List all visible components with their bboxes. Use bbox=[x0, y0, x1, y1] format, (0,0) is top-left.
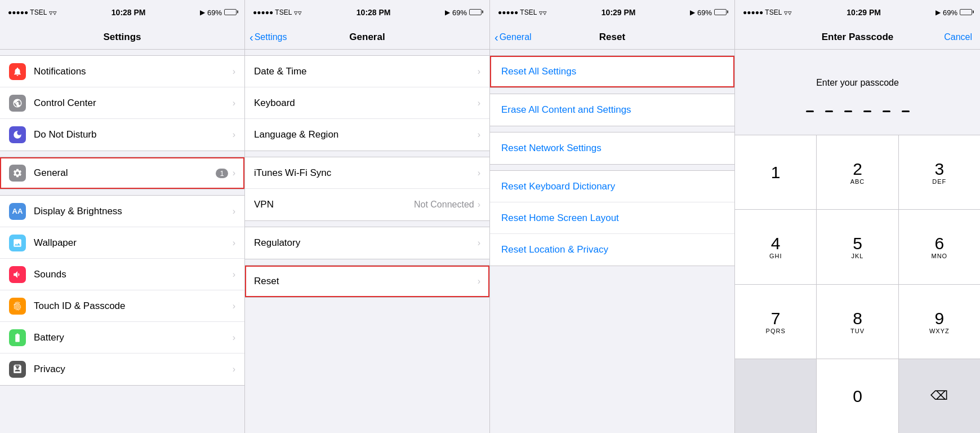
delete-icon: ⌫ bbox=[930, 388, 948, 403]
wallpaper-chevron: › bbox=[233, 238, 235, 248]
general-title: General bbox=[349, 32, 385, 43]
settings-item-notifications[interactable]: Notifications› bbox=[0, 56, 244, 87]
passcode-title: Enter Passcode bbox=[822, 32, 894, 43]
numpad-key-3[interactable]: 3DEF bbox=[899, 135, 980, 209]
location-icon: ▶ bbox=[200, 8, 205, 16]
numpad-delete-key[interactable]: ⌫ bbox=[899, 359, 980, 433]
numpad-digit-5: 5 bbox=[853, 234, 862, 253]
settings-title: Settings bbox=[103, 32, 141, 43]
general-item-keyboard[interactable]: Keyboard› bbox=[245, 87, 489, 119]
battery-icon bbox=[714, 8, 727, 17]
status-left: ●●●●● TSEL ▿▿ bbox=[498, 8, 547, 17]
numpad-key-5[interactable]: 5JKL bbox=[817, 210, 898, 284]
erase-all-label: Erase All Content and Settings bbox=[501, 104, 631, 116]
settings-item-control-center[interactable]: Control Center› bbox=[0, 87, 244, 119]
reset-label: Reset bbox=[254, 276, 478, 287]
reset-network-label: Reset Network Settings bbox=[501, 143, 602, 154]
numpad-key-1[interactable]: 1 bbox=[735, 135, 817, 209]
back-label: General bbox=[500, 32, 532, 42]
battery-icon bbox=[224, 8, 237, 17]
reset-back-button[interactable]: ‹ General bbox=[495, 32, 532, 43]
notifications-label: Notifications bbox=[34, 66, 233, 77]
numpad-letters-7: PQRS bbox=[766, 328, 786, 334]
settings-item-display[interactable]: AADisplay & Brightness› bbox=[0, 196, 244, 227]
general-item-itunes[interactable]: iTunes Wi-Fi Sync› bbox=[245, 157, 489, 189]
reset-item-reset-network[interactable]: Reset Network Settings bbox=[490, 132, 734, 164]
reset-item-erase-all[interactable]: Erase All Content and Settings bbox=[490, 94, 734, 126]
passcode-dot-1 bbox=[825, 111, 833, 112]
reset-item-reset-keyboard[interactable]: Reset Keyboard Dictionary bbox=[490, 171, 734, 202]
wifi-icon: ▿▿ bbox=[49, 8, 57, 17]
numpad-letters-4: GHI bbox=[769, 253, 782, 259]
numpad-key-2[interactable]: 2ABC bbox=[817, 135, 898, 209]
settings-item-do-not-disturb[interactable]: Do Not Disturb› bbox=[0, 119, 244, 151]
battery-percent: 69% bbox=[697, 8, 712, 17]
control-center-label: Control Center bbox=[34, 98, 233, 109]
numpad-row-2: 7PQRS8TUV9WXYZ bbox=[735, 285, 980, 359]
passcode-cancel-button[interactable]: Cancel bbox=[944, 32, 972, 42]
reset-group-3: Reset Keyboard DictionaryReset Home Scre… bbox=[490, 170, 734, 266]
settings-item-touchid[interactable]: Touch ID & Passcode› bbox=[0, 290, 244, 322]
passcode-dots bbox=[735, 99, 980, 123]
general-item-regulatory[interactable]: Regulatory› bbox=[245, 227, 489, 259]
battery-chevron: › bbox=[233, 333, 235, 343]
datetime-label: Date & Time bbox=[254, 66, 478, 77]
numpad-letters-8: TUV bbox=[850, 328, 865, 334]
numpad-key-4[interactable]: 4GHI bbox=[735, 210, 817, 284]
privacy-label: Privacy bbox=[34, 364, 233, 375]
numpad-key-0[interactable]: 0 bbox=[817, 359, 898, 433]
numpad-digit-0: 0 bbox=[853, 387, 862, 405]
numpad-key-6[interactable]: 6MNO bbox=[899, 210, 980, 284]
display-chevron: › bbox=[233, 206, 235, 216]
numpad-key-9[interactable]: 9WXYZ bbox=[899, 285, 980, 359]
privacy-icon bbox=[9, 361, 26, 378]
do-not-disturb-icon bbox=[9, 126, 26, 143]
wifi-icon: ▿▿ bbox=[784, 8, 792, 17]
general-group-3: Reset› bbox=[245, 265, 489, 298]
numpad-key-8[interactable]: 8TUV bbox=[817, 285, 898, 359]
do-not-disturb-label: Do Not Disturb bbox=[34, 129, 233, 140]
settings-item-wallpaper[interactable]: Wallpaper› bbox=[0, 227, 244, 259]
numpad-digit-1: 1 bbox=[771, 163, 781, 182]
battery-icon bbox=[9, 329, 26, 346]
language-label: Language & Region bbox=[254, 129, 478, 140]
reset-home-label: Reset Home Screen Layout bbox=[501, 213, 619, 224]
settings-item-battery[interactable]: Battery› bbox=[0, 322, 244, 354]
settings-group-0: Notifications›Control Center›Do Not Dist… bbox=[0, 55, 244, 151]
numpad-letters-3: DEF bbox=[932, 178, 946, 185]
battery-percent: 69% bbox=[207, 8, 222, 17]
general-item-vpn[interactable]: VPNNot Connected› bbox=[245, 189, 489, 220]
carrier-text: ●●●●● TSEL bbox=[743, 8, 782, 16]
general-icon bbox=[9, 165, 26, 182]
sounds-label: Sounds bbox=[34, 269, 233, 280]
reset-item-reset-all[interactable]: Reset All Settings bbox=[490, 56, 734, 87]
numpad-key-7[interactable]: 7PQRS bbox=[735, 285, 817, 359]
settings-group-1: General1› bbox=[0, 157, 244, 189]
general-back-button[interactable]: ‹ Settings bbox=[250, 32, 287, 43]
settings-item-sounds[interactable]: Sounds› bbox=[0, 259, 244, 290]
settings-item-privacy[interactable]: Privacy› bbox=[0, 354, 244, 385]
general-item-reset[interactable]: Reset› bbox=[245, 266, 489, 297]
general-panel: ●●●●● TSEL ▿▿10:28 PM▶ 69% ‹ Settings Ge… bbox=[245, 0, 490, 433]
numpad-letters-2: ABC bbox=[850, 178, 865, 185]
wallpaper-label: Wallpaper bbox=[34, 237, 233, 249]
reset-item-reset-location[interactable]: Reset Location & Privacy bbox=[490, 234, 734, 266]
touchid-label: Touch ID & Passcode bbox=[34, 301, 233, 312]
settings-item-general[interactable]: General1› bbox=[0, 157, 244, 189]
settings-group-2: AADisplay & Brightness›Wallpaper›Sounds›… bbox=[0, 195, 244, 386]
carrier-text: ●●●●● TSEL bbox=[8, 8, 47, 16]
status-left: ●●●●● TSEL ▿▿ bbox=[8, 8, 57, 17]
general-item-datetime[interactable]: Date & Time› bbox=[245, 56, 489, 87]
passcode-nav-header: Enter Passcode Cancel bbox=[735, 25, 980, 50]
reset-item-reset-home[interactable]: Reset Home Screen Layout bbox=[490, 202, 734, 234]
numpad-digit-6: 6 bbox=[934, 234, 944, 253]
status-bar: ●●●●● TSEL ▿▿10:29 PM▶ 69% bbox=[490, 0, 734, 25]
general-item-language[interactable]: Language & Region› bbox=[245, 119, 489, 151]
notifications-icon bbox=[9, 63, 26, 80]
status-right: ▶ 69% bbox=[690, 8, 727, 17]
numpad-empty-key bbox=[735, 359, 817, 433]
keyboard-label: Keyboard bbox=[254, 98, 478, 109]
numpad-digit-4: 4 bbox=[771, 234, 781, 253]
status-time: 10:29 PM bbox=[602, 8, 636, 17]
sounds-icon bbox=[9, 266, 26, 283]
